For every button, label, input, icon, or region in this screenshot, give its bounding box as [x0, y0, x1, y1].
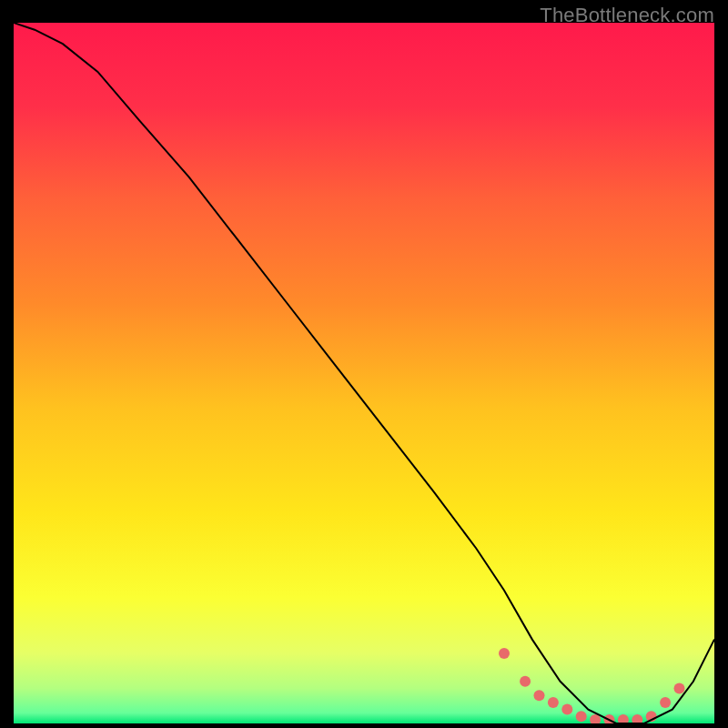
- marker-dot: [561, 704, 572, 715]
- marker-dot: [576, 711, 587, 722]
- gradient-bg: [14, 23, 714, 723]
- marker-dot: [660, 697, 671, 708]
- marker-dot: [534, 690, 545, 701]
- marker-dot: [499, 648, 510, 659]
- marker-dot: [520, 676, 531, 687]
- chart-frame: [14, 23, 714, 723]
- marker-dot: [548, 697, 559, 708]
- chart-svg: [14, 23, 714, 723]
- marker-dot: [674, 683, 685, 694]
